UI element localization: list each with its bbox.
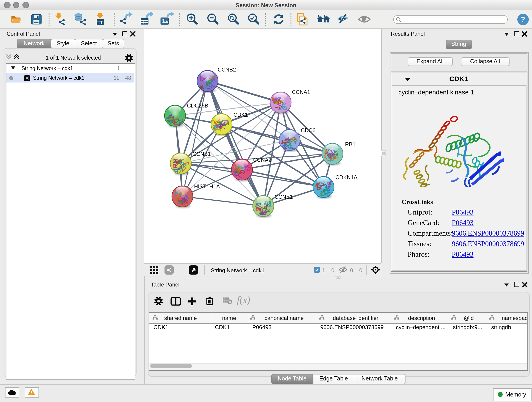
svg-text:CDK1: CDK1	[234, 112, 248, 118]
svg-text:RB1: RB1	[345, 141, 355, 147]
svg-text:CCNE1: CCNE1	[274, 194, 293, 200]
svg-text:HIST1H1A: HIST1H1A	[194, 184, 220, 190]
svg-text:CDC25B: CDC25B	[187, 103, 208, 109]
svg-text:CCNA1: CCNA1	[292, 89, 310, 95]
svg-text:CDKN1A: CDKN1A	[336, 174, 357, 180]
svg-text:CCNB2: CCNB2	[218, 67, 236, 73]
svg-text:CCNB1: CCNB1	[192, 151, 211, 157]
svg-text:CDC6: CDC6	[301, 128, 316, 133]
svg-text:CCNA2: CCNA2	[253, 157, 272, 163]
